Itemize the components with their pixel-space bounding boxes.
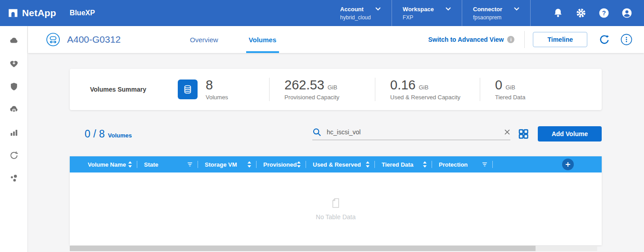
add-volume-button[interactable]: Add Volume [538,126,602,141]
product-name: BlueXP [70,9,95,17]
column-header-state[interactable]: State [137,156,198,172]
column-header-protection[interactable]: Protection [432,156,493,172]
working-environment-header: A400-G0312 Overview Volumes Switch to Ad… [28,26,644,53]
connector-selector[interactable]: Connector fpsaonprem [462,0,530,26]
sort-icon [297,161,301,168]
sort-icon [128,161,132,168]
brand-name: NetApp [22,8,56,18]
filter-icon [187,162,193,167]
column-label: Volume Name [88,161,126,168]
column-label: Used & Reserved [313,161,361,168]
metric-volumes: 8 Volumes [206,79,269,101]
provisioned-label: Provisioned Capacity [284,94,375,101]
column-label: State [144,161,158,168]
filter-icon [482,162,487,167]
kebab-menu-icon[interactable] [621,34,632,45]
sidebar-item-extensions-dots-icon[interactable] [9,173,19,183]
switch-advanced-view-link[interactable]: Switch to Advanced View [428,36,504,43]
volumes-count-label: Volumes [206,94,269,101]
settings-gear-icon[interactable] [576,8,586,18]
chevron-down-icon [446,7,451,11]
header-divider [524,31,525,48]
volumes-filter-count: 0 / 8 Volumes [70,128,132,140]
tab-volumes[interactable]: Volumes [246,26,279,53]
add-column-button[interactable] [562,159,574,170]
column-header-tiered-data[interactable]: Tiered Data [375,156,432,172]
metric-provisioned-capacity: 262.53 GiB Provisioned Capacity [269,78,375,101]
bluexp-app: NetApp BlueXP Account hybrid_cloud Works… [0,0,644,252]
help-icon[interactable]: ? [599,8,609,18]
sort-icon [423,161,427,168]
left-sidebar [0,26,28,252]
volumes-database-icon [178,80,198,99]
plus-icon [565,162,571,167]
search-input[interactable] [327,128,504,136]
used-reserved-unit: GiB [419,84,428,91]
sort-icon [366,161,369,168]
empty-table-text: No Table Data [316,213,356,221]
volume-search [312,128,510,140]
topbar-controls: Account hybrid_cloud Workspace FXP Conne… [329,0,644,26]
tab-overview[interactable]: Overview [187,26,221,53]
sidebar-item-analytics-bar-chart-icon[interactable] [9,128,19,137]
volumes-count-value: 8 [206,79,213,92]
horizontal-scrollbar-thumb[interactable] [70,246,536,251]
user-profile-icon[interactable] [621,8,632,18]
topbar-icon-group: ? [530,0,644,26]
sidebar-item-health-heart-icon[interactable] [9,59,19,69]
working-environment-icon [46,32,60,47]
sort-icon [248,161,251,168]
svg-text:?: ? [602,9,606,17]
column-label: Storage VM [205,161,237,168]
tab-overview-label: Overview [190,36,218,44]
horizontal-scrollbar[interactable] [70,246,597,251]
sidebar-item-governance-cloud-lock-icon[interactable] [9,105,19,115]
chevron-down-icon [375,7,381,11]
metric-used-reserved-capacity: 0.16 GiB Used & Reserved Capacity [375,78,480,101]
filter-count-label: Volumes [108,132,132,139]
table-empty-state: No Table Data [70,172,602,245]
tiered-data-value: 0 [495,79,502,92]
table-header-row: Volume Name State Storage VM Provisioned [70,156,602,172]
page-title: A400-G0312 [67,34,121,45]
connector-label: Connector [473,6,502,13]
column-label: Tiered Data [382,161,414,168]
column-header-volume-name[interactable]: Volume Name [70,156,137,172]
volumes-content: Volumes Summary 8 Volumes [28,53,644,251]
workspace-selector[interactable]: Workspace FXP [392,0,462,26]
grid-view-icon[interactable] [518,128,529,139]
brand: NetApp BlueXP [8,8,95,18]
clear-search-icon[interactable] [504,129,510,135]
sidebar-item-sync-icon[interactable] [9,150,19,160]
column-header-storage-vm[interactable]: Storage VM [198,156,257,172]
account-label: Account [340,6,364,13]
column-header-used-reserved[interactable]: Used & Reserved [306,156,375,172]
connector-value: fpsaonprem [473,14,519,21]
used-reserved-label: Used & Reserved Capacity [390,94,480,101]
summary-title: Volumes Summary [70,86,178,93]
search-icon [312,128,321,137]
column-label: Provisioned [263,161,297,168]
chevron-down-icon [514,7,519,11]
sidebar-item-protection-shield-icon[interactable] [9,82,19,92]
notifications-bell-icon[interactable] [553,8,563,18]
used-reserved-value: 0.16 [390,79,415,92]
refresh-icon[interactable] [599,34,610,45]
volumes-table: Volume Name State Storage VM Provisioned [70,156,602,245]
main-area: A400-G0312 Overview Volumes Switch to Ad… [28,26,644,252]
metric-tiered-data: 0 GiB Tiered Data [480,78,602,101]
column-header-provisioned[interactable]: Provisioned [257,156,306,172]
volumes-toolbar: 0 / 8 Volumes [70,126,602,141]
timeline-button[interactable]: Timeline [533,32,587,47]
filter-count-value: 0 / 8 [85,128,105,140]
account-selector[interactable]: Account hybrid_cloud [329,0,392,26]
provisioned-unit: GiB [328,84,338,91]
tiered-data-label: Tiered Data [495,94,602,101]
workspace-value: FXP [403,14,451,21]
workspace-label: Workspace [403,6,434,13]
tab-volumes-label: Volumes [249,36,276,44]
sidebar-item-storage-cloud-icon[interactable] [9,36,19,46]
view-tabs: Overview Volumes [187,26,304,53]
volumes-summary-card: Volumes Summary 8 Volumes [70,69,602,110]
empty-table-page-icon [330,197,342,209]
